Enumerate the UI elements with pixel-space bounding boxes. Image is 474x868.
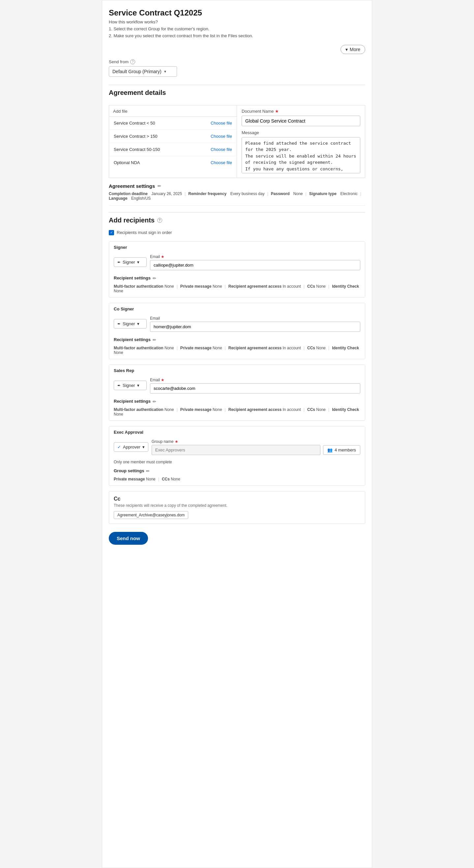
recipient-group-signer: Signer Signer Email ★ Recipient settings… <box>109 241 365 298</box>
agreement-details-grid: Add file Service Contract < 50 Choose fi… <box>109 105 365 178</box>
file-row: Service Contract 50-150 Choose file <box>109 143 237 156</box>
file-row: Service Contract > 150 Choose file <box>109 130 237 143</box>
agreement-settings-row: Agreement settings <box>109 183 365 189</box>
salesrep-access-value: In account <box>283 407 301 412</box>
cosigner-pm-value: None <box>213 346 222 350</box>
salesrep-settings-edit-icon[interactable] <box>153 399 156 404</box>
exec-approval-recipient-row: ✓ Approver Group name ★ 👥 4 members <box>109 437 365 458</box>
cosigner-settings-edit-icon[interactable] <box>153 337 156 342</box>
cosigner-access-value: In account <box>283 346 301 350</box>
doc-name-input[interactable] <box>242 116 360 126</box>
salesrep-recipient-details: Multi-factor authentication None | Priva… <box>109 406 365 421</box>
cosigner-email-input[interactable] <box>150 322 360 332</box>
choose-file-link-1[interactable]: Choose file <box>211 134 232 139</box>
message-textarea[interactable]: Please find attached the service contrac… <box>242 137 360 173</box>
cosigner-mfa-value: None <box>165 346 174 350</box>
agreement-settings-title: Agreement settings <box>109 183 155 189</box>
sign-in-order-row[interactable]: ✓ Recipients must sign in order <box>109 230 365 235</box>
salesrep-email-input[interactable] <box>150 383 360 394</box>
sign-in-order-checkbox[interactable]: ✓ <box>109 230 114 235</box>
signer-chevron-icon <box>137 260 140 265</box>
agreement-settings-details: Completion deadline January 26, 2025 | R… <box>109 191 365 206</box>
exec-group-name-required-star: ★ <box>175 439 178 444</box>
agreement-details-title: Agreement details <box>109 85 365 100</box>
exec-approval-chevron-icon <box>142 444 145 450</box>
cosigner-settings-label: Recipient settings <box>114 337 151 342</box>
exec-members-badge: 👥 4 members <box>323 445 360 455</box>
salesrep-group-header: Sales Rep <box>109 365 365 375</box>
salesrep-email-required-star: ★ <box>161 378 165 382</box>
cosigner-chevron-icon <box>137 321 140 326</box>
file-name-2: Service Contract 50-150 <box>114 147 160 152</box>
cc-section: Cc These recipients will receive a copy … <box>109 491 365 524</box>
exec-group-settings-details: Private message None | CCs None <box>109 475 365 486</box>
signer-ccs-label: CCs <box>307 284 315 289</box>
signer-email-required-star: ★ <box>161 254 165 259</box>
more-button-label: More <box>350 47 360 52</box>
cc-title: Cc <box>114 496 360 502</box>
send-from-dropdown[interactable]: Default Group (Primary) <box>109 66 177 77</box>
signer-recipient-row: Signer Email ★ <box>109 252 365 274</box>
exec-group-name-input[interactable] <box>152 445 320 455</box>
choose-file-link-2[interactable]: Choose file <box>211 147 232 152</box>
choose-file-link-3[interactable]: Choose file <box>211 160 232 165</box>
signer-role-dropdown[interactable]: Signer <box>114 257 147 267</box>
exec-approval-group-header: Exec Approval <box>109 427 365 437</box>
signer-group-header: Signer <box>109 242 365 252</box>
send-from-label: Send from ? <box>109 59 365 64</box>
completion-deadline: Completion deadline January 26, 2025 <box>109 191 182 196</box>
add-recipients-info-icon[interactable]: ? <box>157 218 162 223</box>
sep1: | <box>185 191 185 196</box>
recipient-group-salesrep: Sales Rep Signer Email ★ Recipient setti… <box>109 365 365 421</box>
more-button[interactable]: More <box>340 45 365 54</box>
agreement-settings-edit-icon[interactable] <box>157 183 161 188</box>
cosigner-role-dropdown[interactable]: Signer <box>114 319 147 329</box>
workflow-step1: 1. Select the correct Group for the cust… <box>109 26 365 33</box>
salesrep-settings-label: Recipient settings <box>114 399 151 404</box>
exec-approval-role-dropdown[interactable]: ✓ Approver <box>114 442 148 452</box>
signer-settings-row: Recipient settings <box>109 274 365 283</box>
sep4: | <box>360 191 361 196</box>
signer-email-label: Email ★ <box>150 254 360 259</box>
salesrep-identity-value: None <box>114 412 123 416</box>
approver-role-icon: ✓ <box>117 444 121 450</box>
choose-file-link-0[interactable]: Choose file <box>211 121 232 126</box>
cosigner-identity-value: None <box>114 350 123 355</box>
cc-description: These recipients will receive a copy of … <box>114 503 360 508</box>
signer-recipient-details: Multi-factor authentication None | Priva… <box>109 283 365 297</box>
group-members-icon: 👥 <box>327 447 333 453</box>
salesrep-mfa-value: None <box>165 407 174 412</box>
cosigner-mfa-label: Multi-factor authentication <box>114 346 164 350</box>
checkmark-icon: ✓ <box>110 230 113 235</box>
send-from-chevron-icon <box>164 69 166 74</box>
signer-ccs-value: None <box>316 284 326 289</box>
salesrep-email-label: Email ★ <box>150 378 360 382</box>
signer-pm-value: None <box>213 284 222 289</box>
exec-group-name-label: Group name ★ <box>152 439 360 444</box>
cosigner-access-label: Recipient agreement access <box>229 346 282 350</box>
send-from-info-icon[interactable]: ? <box>130 59 135 64</box>
workflow-heading: How this workflow works? <box>109 20 365 24</box>
signer-email-input[interactable] <box>150 260 360 270</box>
exec-group-settings-edit-icon[interactable] <box>146 468 150 473</box>
salesrep-role-dropdown[interactable]: Signer <box>114 381 147 390</box>
exec-group-settings-label: Group settings <box>114 468 144 473</box>
file-row: Optional NDA Choose file <box>109 156 237 169</box>
signer-role-icon <box>117 260 121 265</box>
salesrep-recipient-row: Signer Email ★ <box>109 375 365 397</box>
salesrep-pm-value: None <box>213 407 222 412</box>
cosigner-role-label: Signer <box>123 321 135 326</box>
add-file-header: Add file <box>109 105 237 117</box>
salesrep-chevron-icon <box>137 383 140 388</box>
file-name-3: Optional NDA <box>114 160 140 165</box>
signer-settings-edit-icon[interactable] <box>153 276 156 281</box>
recipient-group-cosigner: Co Signer Signer Email Recipient setting… <box>109 303 365 359</box>
salesrep-role-icon <box>117 383 121 388</box>
send-now-button[interactable]: Send now <box>109 532 148 545</box>
cosigner-identity-label: Identity Check <box>332 346 359 350</box>
salesrep-ccs-value: None <box>316 407 326 412</box>
cosigner-recipient-details: Multi-factor authentication None | Priva… <box>109 344 365 359</box>
cosigner-settings-row: Recipient settings <box>109 335 365 344</box>
cosigner-ccs-value: None <box>316 346 326 350</box>
salesrep-role-label: Signer <box>123 383 135 388</box>
